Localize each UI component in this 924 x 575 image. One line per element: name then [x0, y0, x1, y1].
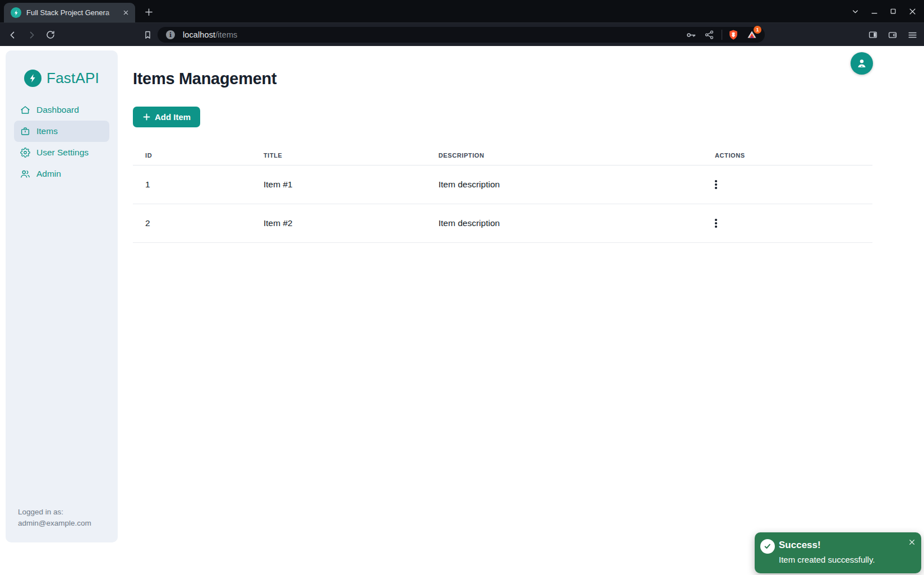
logged-in-email: admin@example.com	[18, 518, 91, 529]
add-item-label: Add Item	[155, 112, 191, 122]
window-maximize-button[interactable]	[885, 3, 902, 20]
divider	[722, 30, 722, 40]
cell-actions	[703, 204, 872, 243]
url-text: localhost/items	[183, 30, 237, 39]
cell-title: Item #1	[251, 165, 426, 204]
cell-description: Item description	[426, 165, 703, 204]
sidebar-item-label: Dashboard	[36, 105, 79, 115]
sidebar-toggle-icon[interactable]	[865, 27, 881, 43]
site-info-icon[interactable]: i	[166, 30, 175, 39]
users-icon	[20, 169, 30, 179]
cell-description: Item description	[426, 204, 703, 243]
toast-message: Item created successfully.	[779, 555, 875, 564]
url-path: /items	[215, 30, 237, 39]
password-key-icon[interactable]	[683, 27, 698, 42]
brave-shields-icon[interactable]	[726, 27, 741, 42]
column-header-actions: ACTIONS	[703, 145, 872, 165]
toast-title: Success!	[779, 540, 821, 551]
user-avatar-button[interactable]	[851, 52, 873, 75]
items-table: ID TITLE DESCRIPTION ACTIONS 1 Item #1 I…	[133, 145, 872, 243]
column-header-title: TITLE	[251, 145, 426, 165]
tab-search-chevron-icon[interactable]	[847, 3, 863, 20]
browser-tab-bar: Full Stack Project Genera	[0, 0, 924, 22]
column-header-id: ID	[133, 145, 251, 165]
fastapi-favicon-icon	[11, 7, 21, 18]
share-icon[interactable]	[702, 27, 717, 42]
address-bar[interactable]: i localhost/items 1	[158, 27, 765, 43]
sidebar-item-user-settings[interactable]: User Settings	[14, 142, 109, 163]
check-circle-icon	[760, 539, 775, 554]
browser-toolbar: i localhost/items 1	[0, 22, 924, 46]
sidebar-item-label: Items	[36, 126, 58, 136]
sidebar-item-admin[interactable]: Admin	[14, 163, 109, 185]
sidebar-item-dashboard[interactable]: Dashboard	[14, 99, 109, 121]
table-row: 1 Item #1 Item description	[133, 165, 872, 204]
cell-actions	[703, 165, 872, 204]
wallet-icon[interactable]	[885, 27, 900, 43]
tab-close-icon[interactable]	[121, 8, 131, 18]
cell-id: 1	[133, 165, 251, 204]
page-title: Items Management	[133, 70, 276, 88]
window-close-button[interactable]	[904, 3, 921, 20]
row-actions-kebab-icon[interactable]	[708, 215, 724, 232]
app-page: FastAPI Dashboard Items User Settings Ad…	[0, 46, 924, 575]
toolbar-right-actions	[865, 27, 924, 43]
table-row: 2 Item #2 Item description	[133, 204, 872, 243]
browser-tab[interactable]: Full Stack Project Genera	[4, 3, 135, 22]
logged-in-label: Logged in as:	[18, 507, 91, 518]
rewards-badge: 1	[754, 26, 761, 34]
sidebar: FastAPI Dashboard Items User Settings Ad…	[6, 50, 118, 542]
window-controls	[844, 0, 921, 22]
back-button[interactable]	[4, 27, 20, 43]
row-actions-kebab-icon[interactable]	[708, 176, 724, 193]
tab-title-fade	[106, 3, 122, 22]
cell-id: 2	[133, 204, 251, 243]
briefcase-icon	[20, 126, 30, 136]
table-header-row: ID TITLE DESCRIPTION ACTIONS	[133, 145, 872, 165]
logged-in-status: Logged in as: admin@example.com	[18, 507, 91, 529]
forward-button[interactable]	[24, 27, 39, 43]
bookmark-icon[interactable]	[140, 27, 155, 43]
menu-hamburger-icon[interactable]	[904, 27, 920, 43]
new-tab-button[interactable]	[141, 4, 156, 19]
add-item-button[interactable]: Add Item	[133, 107, 200, 127]
reload-button[interactable]	[43, 27, 58, 43]
user-avatar-icon	[856, 57, 868, 70]
cell-title: Item #2	[251, 204, 426, 243]
sidebar-nav: Dashboard Items User Settings Admin	[6, 99, 118, 185]
toast-close-icon[interactable]	[907, 537, 917, 547]
sidebar-item-label: Admin	[36, 169, 61, 179]
sidebar-item-label: User Settings	[36, 148, 89, 158]
sidebar-item-items[interactable]: Items	[14, 121, 109, 142]
brand-name: FastAPI	[47, 70, 99, 87]
brave-rewards-icon[interactable]: 1	[745, 27, 759, 42]
plus-icon	[142, 113, 151, 121]
column-header-description: DESCRIPTION	[426, 145, 703, 165]
home-icon	[20, 105, 30, 115]
fastapi-lightning-icon	[24, 70, 41, 87]
success-toast: Success! Item created successfully.	[755, 532, 921, 573]
gear-icon	[20, 148, 30, 158]
window-minimize-button[interactable]	[866, 3, 883, 20]
brand-logo: FastAPI	[6, 68, 118, 88]
url-host: localhost	[183, 30, 215, 39]
address-bar-actions: 1	[680, 27, 759, 43]
